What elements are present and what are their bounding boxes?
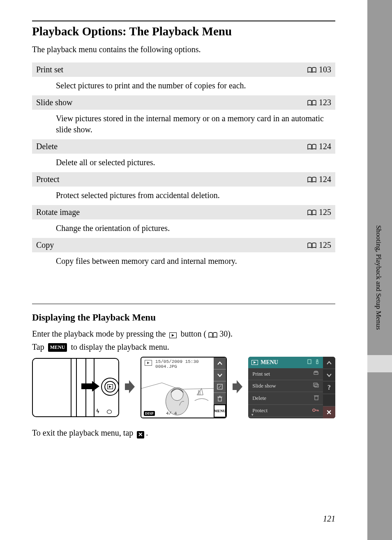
svg-marker-4 — [125, 380, 135, 393]
slideshow-icon — [313, 383, 319, 389]
option-name: Protect — [36, 175, 60, 184]
menu-header: MENU — [248, 357, 323, 368]
flash-icon: ϟ — [96, 408, 99, 415]
scroll-up-icon — [323, 357, 335, 369]
page-number-ref: 125 — [319, 240, 331, 250]
menu-button-icon: MENU — [48, 343, 67, 352]
playback-mode-icon — [251, 360, 258, 365]
option-row-copy: Copy 125 — [32, 238, 335, 252]
menu-item-label: Delete — [252, 395, 266, 402]
close-icon: ✕ — [137, 431, 144, 438]
page-number-ref: 123 — [319, 98, 331, 107]
page-reference: 123 — [307, 98, 331, 107]
page-number-ref: 124 — [319, 175, 331, 184]
menu-item-delete: Delete — [248, 392, 323, 405]
option-name: Rotate image — [36, 208, 80, 217]
page-reference: 124 — [307, 175, 331, 184]
options-table: Print set 103 Select pictures to print a… — [32, 62, 335, 271]
touch-sidebar: MENU — [214, 358, 226, 418]
option-name: Delete — [36, 142, 58, 151]
menu-side-controls: ? ✕ — [323, 357, 335, 418]
svg-rect-15 — [308, 360, 311, 364]
exit-instruction: To exit the playback menu, tap ✕. — [32, 427, 335, 438]
option-desc: Select pictures to print and the number … — [32, 77, 335, 95]
option-row-delete: Delete 124 — [32, 139, 335, 154]
book-icon — [307, 177, 316, 182]
figure-press-playback: ϟ — [32, 358, 119, 417]
page-number: 121 — [323, 514, 335, 524]
page-title: Playback Options: The Playback Menu — [32, 25, 335, 38]
intro-text: The playback menu contains the following… — [32, 44, 335, 55]
text-fragment: Enter the playback mode by pressing the — [32, 329, 168, 338]
menu-item-print-set: Print set — [248, 368, 323, 380]
option-row-print-set: Print set 103 — [32, 62, 335, 77]
text-fragment: To exit the playback menu, tap — [32, 428, 135, 437]
text-fragment: button ( — [180, 329, 206, 338]
option-desc: Copy files between memory card and inter… — [32, 252, 335, 271]
edit-icon — [214, 381, 226, 393]
svg-marker-14 — [254, 361, 256, 364]
option-name: Print set — [36, 65, 63, 74]
chapter-label: Shooting, Playback and Setup Menus — [374, 225, 383, 330]
tab-icon — [307, 359, 311, 366]
press-arrow-icon — [81, 380, 99, 394]
menu-touch-button: MENU — [214, 404, 226, 418]
instruction-line-1: Enter the playback mode by pressing the … — [32, 327, 335, 353]
svg-rect-19 — [314, 383, 317, 386]
page-reference: 103 — [307, 65, 331, 74]
page-number-ref: 103 — [319, 65, 331, 74]
lamp-icon — [107, 410, 112, 414]
page-reference: 125 — [307, 208, 331, 217]
playback-mode-icon — [145, 360, 152, 366]
disp-button-icon: DISP — [144, 411, 155, 416]
top-divider — [32, 21, 335, 21]
svg-marker-0 — [172, 334, 174, 337]
book-icon — [307, 67, 316, 73]
option-desc: Delete all or selected pictures. — [32, 154, 335, 172]
figure-row: ϟ 15/05/2009 15:300004.JPG — [32, 357, 335, 418]
section-divider — [32, 304, 335, 304]
text-fragment: to display the playback menu. — [71, 342, 169, 351]
option-desc: View pictures stored in the internal mem… — [32, 110, 335, 139]
option-name: Copy — [36, 240, 54, 250]
photo-thumbnail — [141, 371, 214, 418]
step-arrow-icon — [125, 379, 135, 396]
print-icon — [313, 371, 319, 377]
playback-button-icon — [169, 332, 177, 338]
svg-marker-1 — [81, 381, 99, 392]
book-icon — [208, 332, 217, 338]
svg-marker-5 — [147, 362, 150, 364]
menu-title: MENU — [261, 359, 278, 366]
photo-counter: 4/ 4 — [166, 411, 177, 416]
page-number-ref: 125 — [319, 208, 331, 217]
option-row-protect: Protect 124 — [32, 172, 335, 187]
book-icon — [307, 242, 316, 248]
trash-icon — [314, 395, 319, 402]
menu-item-slide-show: Slide show — [248, 380, 323, 392]
side-margin: Shooting, Playback and Setup Menus — [367, 0, 392, 540]
key-icon — [312, 407, 319, 414]
svg-rect-20 — [315, 384, 318, 387]
figure-playback-screen: 15/05/2009 15:300004.JPG DISP 4/ 4 — [141, 357, 227, 418]
menu-item-label: Print set — [252, 371, 270, 377]
option-desc: Protect selected pictures from accidenta… — [32, 187, 335, 205]
svg-marker-13 — [233, 380, 242, 393]
page-number-ref: 124 — [319, 142, 331, 151]
book-icon — [307, 100, 316, 106]
scroll-up-icon — [214, 358, 226, 369]
text-fragment: . — [146, 428, 148, 437]
svg-rect-21 — [315, 396, 318, 400]
page-reference: 125 — [307, 240, 331, 250]
page-reference: 124 — [307, 142, 331, 151]
text-fragment: 30). — [219, 329, 233, 338]
figure-playback-menu: MENU Print set Slide show Delete — [248, 357, 335, 418]
scroll-down-icon — [323, 369, 335, 381]
svg-rect-10 — [218, 397, 221, 401]
option-desc: Change the orientation of pictures. — [32, 219, 335, 238]
menu-item-label: Slide show — [252, 383, 276, 389]
setup-icon — [315, 359, 320, 366]
book-icon — [307, 210, 316, 215]
trash-icon — [214, 392, 226, 404]
scroll-indicator-icon: ▼ — [251, 413, 254, 417]
text-fragment: Tap — [32, 342, 46, 351]
